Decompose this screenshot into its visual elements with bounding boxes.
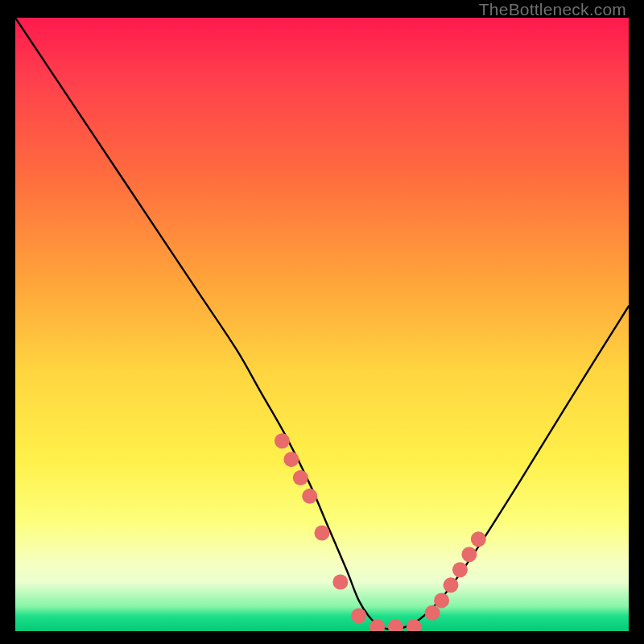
watermark-label: TheBottleneck.com [479, 0, 626, 19]
chart-frame: TheBottleneck.com [0, 0, 644, 644]
gradient-background [15, 18, 629, 631]
